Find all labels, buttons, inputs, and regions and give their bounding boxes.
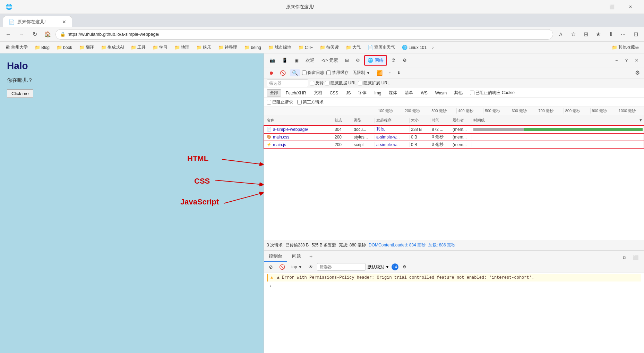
eye-btn[interactable]: 👁 bbox=[307, 264, 315, 270]
tab-issues[interactable]: 问题 bbox=[287, 251, 306, 262]
filter-css[interactable]: CSS bbox=[327, 90, 342, 96]
star-icon[interactable]: ☆ bbox=[568, 29, 579, 40]
favorites-icon[interactable]: ★ bbox=[593, 29, 604, 40]
col-header-runner[interactable]: 履行者 bbox=[451, 118, 472, 123]
collection-icon[interactable]: ⊞ bbox=[580, 29, 591, 40]
filter-font[interactable]: 字体 bbox=[355, 89, 370, 96]
filter-manifest[interactable]: 清单 bbox=[402, 89, 416, 96]
record-button[interactable]: ⏺ bbox=[267, 69, 276, 76]
bookmark-item[interactable]: 📁 娱乐 bbox=[194, 43, 214, 51]
filter-img[interactable]: Img bbox=[371, 90, 384, 96]
col-header-type[interactable]: 类型 bbox=[352, 118, 375, 123]
bookmark-item[interactable]: 📁 待整理 bbox=[215, 43, 240, 51]
bookmark-item[interactable]: 📁 工具 bbox=[128, 43, 148, 51]
table-row[interactable]: ⚡ main.js 200 script a-simple-w... 0 B 0… bbox=[264, 141, 644, 149]
bookmark-item[interactable]: 📁 being bbox=[241, 44, 264, 51]
filter-other[interactable]: 其他 bbox=[451, 89, 466, 96]
upload-icon[interactable]: ↑ bbox=[387, 70, 393, 76]
console-filter-input[interactable] bbox=[317, 263, 366, 271]
devtools-help-btn[interactable]: ? bbox=[622, 56, 630, 64]
bookmarks-more-icon[interactable]: › bbox=[432, 45, 433, 50]
col-header-size[interactable]: 大小 bbox=[410, 118, 430, 123]
reverse-input[interactable] bbox=[310, 81, 314, 85]
third-party-input[interactable] bbox=[297, 100, 302, 104]
row-name[interactable]: ⚡ main.js bbox=[264, 142, 333, 147]
console-expand-btn[interactable]: ⬜ bbox=[630, 254, 641, 262]
import-button[interactable]: ⬇ bbox=[395, 70, 403, 76]
bookmark-item[interactable]: 📁 学习 bbox=[150, 43, 170, 51]
tab-console[interactable]: 控制台 bbox=[264, 251, 287, 262]
console-log-level[interactable]: 默认级别 ▼ bbox=[368, 264, 389, 270]
bookmark-item[interactable]: 📁 book bbox=[54, 44, 75, 51]
translate-icon[interactable]: A bbox=[555, 29, 566, 40]
tab-close-icon[interactable]: ✕ bbox=[62, 19, 66, 25]
bookmark-item[interactable]: 📁 CTF bbox=[295, 44, 316, 51]
close-button[interactable]: ✕ bbox=[622, 1, 638, 12]
other-bookmarks[interactable]: 📁 其他收藏夹 bbox=[610, 43, 641, 51]
preserve-log-checkbox[interactable]: 保留日志 bbox=[302, 70, 324, 76]
download-icon[interactable]: ⬇ bbox=[605, 29, 616, 40]
more-icon[interactable]: ··· bbox=[618, 29, 629, 40]
filter-media[interactable]: 媒体 bbox=[386, 89, 400, 96]
table-row[interactable]: 📄 a-simple-webpage/ 304 docu... 其他 238 B… bbox=[264, 126, 644, 133]
third-party-check[interactable]: 第三方请求 bbox=[297, 99, 324, 105]
bookmark-item[interactable]: 📁 Blog bbox=[32, 44, 52, 51]
col-header-initiator[interactable]: 发起程序 bbox=[375, 118, 410, 123]
bookmark-item[interactable]: 📁 大气 bbox=[343, 43, 363, 51]
hide-data-url-input[interactable] bbox=[325, 81, 329, 85]
disable-cache-input[interactable] bbox=[326, 70, 331, 75]
hide-extensions-checkbox[interactable]: 隐藏扩展 URL bbox=[358, 80, 389, 86]
row-name[interactable]: 📄 a-simple-webpage/ bbox=[264, 127, 333, 132]
devtools-close-btn[interactable]: ✕ bbox=[632, 56, 641, 64]
col-header-timeline[interactable]: 时间线 ▼ bbox=[472, 118, 644, 123]
blocked-requests-check[interactable]: 已阻止请求 bbox=[267, 99, 293, 105]
blocked-cookie-input[interactable] bbox=[470, 91, 474, 95]
devtools-tab-perf[interactable]: ⏱ bbox=[388, 56, 398, 64]
bookmark-item[interactable]: 📄 查历史天气 bbox=[365, 43, 398, 51]
blocked-requests-input[interactable] bbox=[267, 100, 271, 104]
bookmark-item[interactable]: 📁 生成式AI bbox=[98, 43, 127, 51]
bookmark-item[interactable]: 🌐 Linux 101 bbox=[399, 44, 429, 51]
top-context-select[interactable]: top ▼ bbox=[289, 264, 304, 270]
devtools-tab-welcome[interactable]: 欢迎 bbox=[303, 56, 317, 65]
expand-icon[interactable]: › bbox=[268, 283, 273, 289]
refresh-button[interactable]: ↻ bbox=[29, 29, 40, 40]
preserve-log-input[interactable] bbox=[302, 70, 307, 75]
console-clear-btn[interactable]: ⊘ bbox=[267, 263, 275, 270]
devtools-device-btn[interactable]: 📱 bbox=[279, 56, 290, 64]
devtools-tab-source-settings[interactable]: ⚙ bbox=[353, 56, 363, 64]
col-header-status[interactable]: 状态 bbox=[333, 118, 352, 123]
console-block-btn[interactable]: 🚫 bbox=[277, 263, 287, 270]
filter-ws[interactable]: WS bbox=[418, 90, 430, 96]
filter-js[interactable]: JS bbox=[343, 90, 354, 96]
tab-add-button[interactable]: + bbox=[306, 252, 316, 262]
bookmark-item[interactable]: 📁 待阅读 bbox=[317, 43, 342, 51]
filter-wasm[interactable]: Wasm bbox=[432, 90, 450, 96]
bookmark-item[interactable]: 📁 翻译 bbox=[76, 43, 97, 51]
row-name[interactable]: 🎨 main.css bbox=[264, 135, 333, 140]
throttle-select[interactable]: 无限制 ▼ bbox=[351, 69, 372, 76]
devtools-sidebar-btn[interactable]: ▣ bbox=[292, 56, 301, 64]
minimize-button[interactable]: — bbox=[585, 1, 601, 12]
console-dock-btn[interactable]: ⧉ bbox=[620, 254, 629, 262]
forward-button[interactable]: → bbox=[16, 29, 27, 40]
hide-data-url-checkbox[interactable]: 隐藏数据 URL bbox=[325, 80, 357, 86]
table-row[interactable]: 🎨 main.css 200 styles... a-simple-w... 0… bbox=[264, 133, 644, 141]
hide-extensions-input[interactable] bbox=[358, 81, 362, 85]
maximize-button[interactable]: ⬜ bbox=[604, 1, 620, 12]
col-header-name[interactable]: 名称 bbox=[264, 118, 333, 123]
blocked-cookie-checkbox[interactable]: 已阻止的响应 Cookie bbox=[470, 90, 515, 96]
bookmark-item[interactable]: 🏛 兰州大学 bbox=[3, 43, 31, 51]
click-me-button[interactable]: Click me bbox=[7, 89, 33, 98]
clear-button[interactable]: 🚫 bbox=[278, 69, 288, 76]
filter-input[interactable] bbox=[267, 79, 308, 87]
devtools-tab-settings2[interactable]: ⚙ bbox=[400, 56, 410, 64]
devtools-tab-network[interactable]: 🌐 网络 bbox=[364, 55, 387, 66]
filter-toggle-btn[interactable]: 🔍 bbox=[290, 69, 300, 76]
devtools-more-btn[interactable]: ··· bbox=[612, 56, 621, 64]
disable-cache-checkbox[interactable]: 禁用缓存 bbox=[326, 70, 349, 76]
bookmark-item[interactable]: 📁 城市绿地 bbox=[265, 43, 294, 51]
devtools-tab-elements[interactable]: </> 元素 bbox=[319, 56, 341, 65]
col-header-time[interactable]: 时间 bbox=[430, 118, 451, 123]
devtools-tab-layout[interactable]: ⊞ bbox=[342, 56, 352, 64]
